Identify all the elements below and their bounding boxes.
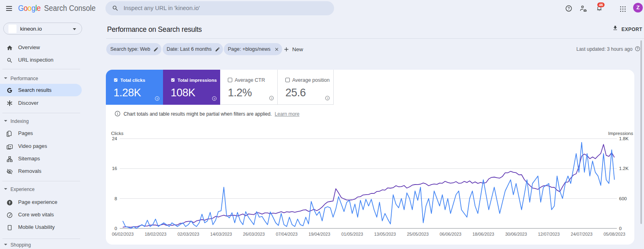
svg-text:30/06/2023: 30/06/2023 <box>505 232 527 237</box>
svg-text:1.2K: 1.2K <box>619 166 629 171</box>
svg-text:8: 8 <box>115 196 117 201</box>
svg-text:01/05/2023: 01/05/2023 <box>341 232 363 237</box>
svg-text:Clicks: Clicks <box>111 131 124 136</box>
svg-text:13/05/2023: 13/05/2023 <box>374 232 396 237</box>
svg-text:06/06/2023: 06/06/2023 <box>440 232 461 237</box>
svg-text:05/08/2023: 05/08/2023 <box>603 232 625 237</box>
svg-text:16: 16 <box>112 166 117 171</box>
svg-text:Impressions: Impressions <box>608 131 633 136</box>
svg-text:26/03/2023: 26/03/2023 <box>243 232 265 237</box>
svg-text:24/07/2023: 24/07/2023 <box>571 232 592 237</box>
svg-text:24: 24 <box>112 136 117 141</box>
svg-text:14/03/2023: 14/03/2023 <box>210 232 232 237</box>
svg-text:07/04/2023: 07/04/2023 <box>276 232 297 237</box>
svg-text:19/04/2023: 19/04/2023 <box>309 232 330 237</box>
svg-text:02/03/2023: 02/03/2023 <box>178 232 199 237</box>
svg-text:18/02/2023: 18/02/2023 <box>144 232 166 237</box>
svg-text:1.8K: 1.8K <box>619 136 629 141</box>
svg-text:12/07/2023: 12/07/2023 <box>538 232 560 237</box>
svg-text:0: 0 <box>619 226 621 231</box>
svg-text:18/06/2023: 18/06/2023 <box>473 232 494 237</box>
svg-text:0: 0 <box>115 226 117 231</box>
svg-text:25/05/2023: 25/05/2023 <box>407 232 429 237</box>
svg-text:600: 600 <box>619 196 627 201</box>
svg-text:06/02/2023: 06/02/2023 <box>112 232 134 237</box>
